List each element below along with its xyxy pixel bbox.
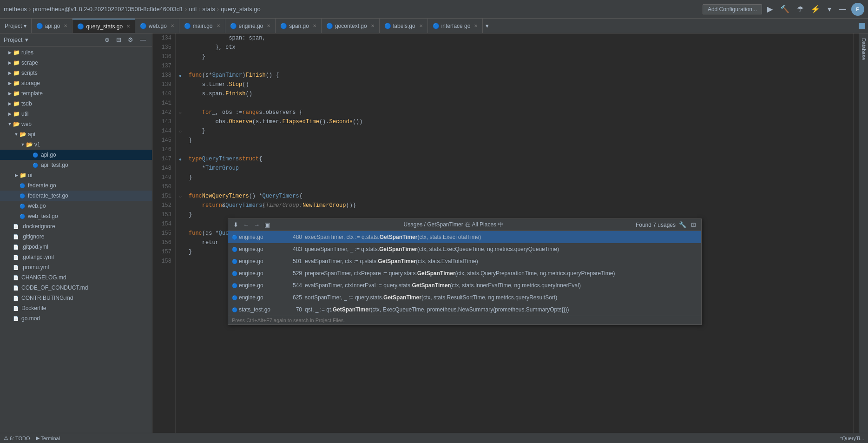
sidebar-item-label-golangci-yml: .golangci.yml bbox=[21, 254, 54, 260]
folder-icon-scripts: 📁 bbox=[13, 70, 20, 76]
usages-next-button[interactable]: → bbox=[252, 221, 261, 229]
tab-close-interface-go[interactable]: ✕ bbox=[474, 23, 478, 28]
tab-span-go[interactable]: 🔵 span.go ✕ bbox=[276, 19, 322, 33]
build-button[interactable]: 🔨 bbox=[778, 4, 792, 14]
tree-arrow-util: ▶ bbox=[7, 112, 13, 116]
sidebar-item-api-test-go[interactable]: ▶ 🔵 api_test.go bbox=[0, 160, 152, 170]
sidebar-item-gitignore[interactable]: ▶ 📄 .gitignore bbox=[0, 231, 152, 242]
gutter-icon-138: ● bbox=[179, 73, 182, 78]
usage-row-7[interactable]: 🔵 stats_test.go 70 qst, _ := qt.GetSpanT… bbox=[228, 304, 701, 316]
folder-icon-scrape: 📁 bbox=[13, 60, 20, 66]
sidebar-item-web-go[interactable]: ▶ 🔵 web.go bbox=[0, 201, 152, 211]
tabs-overflow-button[interactable]: ▾ bbox=[483, 22, 492, 29]
tab-close-main-go[interactable]: ✕ bbox=[217, 23, 220, 28]
sidebar-item-federate-test-go[interactable]: ▶ 🔵 federate_test.go bbox=[0, 191, 152, 201]
usage-row-4[interactable]: 🔵 engine.go 529 prepareSpanTimer, ctxPre… bbox=[228, 267, 701, 279]
sidebar-item-changelog[interactable]: ▶ 📄 CHANGELOG.md bbox=[0, 272, 152, 283]
usages-close-button[interactable]: ⊡ bbox=[690, 221, 697, 229]
file-icon-contributing: 📄 bbox=[13, 296, 20, 301]
sidebar-item-v1[interactable]: ▼ 📂 v1 bbox=[0, 139, 152, 150]
sidebar-item-tsdb[interactable]: ▶ 📁 tsdb bbox=[0, 99, 152, 109]
sidebar-item-gitpod-yml[interactable]: ▶ 📄 .gitpod.yml bbox=[0, 242, 152, 252]
run-button[interactable]: ▶ bbox=[765, 4, 775, 14]
sidebar-item-api-go[interactable]: ▶ 🔵 api.go bbox=[0, 150, 152, 160]
sidebar-item-ui[interactable]: ▶ 📁 ui bbox=[0, 170, 152, 180]
database-label[interactable]: Database bbox=[860, 35, 868, 63]
profile-button[interactable]: ⚡ bbox=[809, 4, 822, 14]
more-button[interactable]: ▾ bbox=[825, 4, 834, 14]
sidebar-tree: ▶ 📁 rules ▶ 📁 scrape ▶ 📁 scripts ▶ bbox=[0, 46, 152, 443]
todo-panel-button[interactable]: ⚠ 6: TODO bbox=[4, 435, 30, 441]
tab-close-query-stats[interactable]: ✕ bbox=[126, 24, 130, 29]
code-line-137 bbox=[189, 61, 849, 71]
sidebar-item-storage[interactable]: ▶ 📁 storage bbox=[0, 78, 152, 88]
usages-back-button[interactable]: ⬇ bbox=[232, 221, 240, 229]
tab-gocontext-go[interactable]: 🔵 gocontext.go ✕ bbox=[322, 19, 380, 33]
avatar[interactable]: P bbox=[851, 3, 864, 16]
tab-close-engine-go[interactable]: ✕ bbox=[267, 23, 270, 28]
sidebar-item-label-changelog: CHANGELOG.md bbox=[21, 274, 66, 281]
sidebar-item-dockerignore[interactable]: ▶ 📄 .dockerignore bbox=[0, 221, 152, 231]
tab-close-web-go[interactable]: ✕ bbox=[171, 23, 174, 28]
tab-api-go[interactable]: 🔵 api.go ✕ bbox=[32, 19, 73, 33]
tab-main-go[interactable]: 🔵 main.go ✕ bbox=[179, 19, 225, 33]
sidebar-item-federate-go[interactable]: ▶ 🔵 federate.go bbox=[0, 180, 152, 191]
sidebar-item-scripts[interactable]: ▶ 📁 scripts bbox=[0, 68, 152, 78]
sidebar-item-promu-yml[interactable]: ▶ 📄 .promu.yml bbox=[0, 262, 152, 272]
usage-row-6[interactable]: 🔵 engine.go 625 sortSpanTimer, _ := quer… bbox=[228, 291, 701, 304]
usages-prev-button[interactable]: ← bbox=[242, 221, 250, 229]
tab-close-api-go[interactable]: ✕ bbox=[64, 23, 67, 28]
sidebar-item-label-scripts: scripts bbox=[21, 70, 38, 76]
usages-settings-button[interactable]: 🔧 bbox=[677, 221, 688, 229]
add-configuration-button[interactable]: Add Configuration... bbox=[703, 4, 762, 14]
tab-query-stats-go[interactable]: 🔵 query_stats.go ✕ bbox=[72, 19, 135, 33]
sidebar-minimize-button[interactable]: — bbox=[138, 35, 148, 44]
tab-close-labels-go[interactable]: ✕ bbox=[419, 23, 423, 28]
tab-labels-go[interactable]: 🔵 labels.go ✕ bbox=[380, 19, 428, 33]
usage-row-3[interactable]: 🔵 engine.go 501 evalSpanTimer, ctx := q.… bbox=[228, 255, 701, 267]
sidebar-item-rules[interactable]: ▶ 📁 rules bbox=[0, 47, 152, 58]
sidebar-item-web-test-go[interactable]: ▶ 🔵 web_test.go bbox=[0, 211, 152, 221]
usage-file-5: 🔵 engine.go bbox=[232, 282, 283, 289]
sidebar-item-code-of-conduct[interactable]: ▶ 📄 CODE_OF_CONDUCT.md bbox=[0, 283, 152, 293]
minimize-button[interactable]: — bbox=[836, 4, 848, 14]
tree-arrow-rules: ▶ bbox=[7, 50, 13, 55]
terminal-button[interactable]: ▶ Terminal bbox=[36, 435, 60, 441]
tab-close-span-go[interactable]: ✕ bbox=[313, 23, 316, 28]
usage-file-1: 🔵 engine.go bbox=[232, 234, 283, 240]
coverage-button[interactable]: ☂ bbox=[795, 4, 806, 14]
tab-file-icon-main: 🔵 bbox=[184, 23, 191, 29]
sidebar-item-go-mod[interactable]: ▶ 📄 go.mod bbox=[0, 313, 152, 324]
sidebar-item-template[interactable]: ▶ 📁 template bbox=[0, 88, 152, 99]
usage-row-1[interactable]: 🔵 engine.go 480 execSpanTimer, ctx := q.… bbox=[228, 231, 701, 243]
sidebar-item-label-federate-go: federate.go bbox=[28, 182, 56, 189]
code-line-143: obs.Observe(s.timer.ElapsedTime().Second… bbox=[189, 117, 849, 126]
tab-engine-go[interactable]: 🔵 engine.go ✕ bbox=[225, 19, 276, 33]
sidebar-item-dockerfile[interactable]: ▶ 📄 Dockerfile bbox=[0, 303, 152, 313]
sidebar-item-web[interactable]: ▼ 📂 web bbox=[0, 119, 152, 129]
sidebar-item-golangci-yml[interactable]: ▶ 📄 .golangci.yml bbox=[0, 252, 152, 262]
usage-row-5[interactable]: 🔵 engine.go 544 evalSpanTimer, ctxInnerE… bbox=[228, 279, 701, 291]
sidebar-item-api[interactable]: ▼ 📂 api bbox=[0, 129, 152, 139]
sidebar-settings-button[interactable]: ⚙ bbox=[125, 35, 136, 44]
usage-code-7: qst, _ := qt.GetSpanTimer(ctx, ExecQueue… bbox=[305, 306, 697, 313]
sidebar-collapse-button[interactable]: ⊟ bbox=[114, 35, 124, 44]
tab-project[interactable]: Project ▾ bbox=[0, 19, 32, 33]
sidebar-item-scrape[interactable]: ▶ 📁 scrape bbox=[0, 58, 152, 68]
tab-web-go[interactable]: 🔵 web.go ✕ bbox=[135, 19, 179, 33]
sidebar-add-button[interactable]: ⊕ bbox=[102, 35, 112, 44]
file-icon-dockerfile: 📄 bbox=[13, 306, 20, 311]
sidebar-item-util[interactable]: ▶ 📁 util bbox=[0, 109, 152, 119]
sidebar-item-contributing[interactable]: ▶ 📄 CONTRIBUTING.md bbox=[0, 293, 152, 303]
file-icon-dockerignore: 📄 bbox=[13, 224, 20, 229]
top-bar-actions: Add Configuration... ▶ 🔨 ☂ ⚡ ▾ — P bbox=[703, 3, 864, 16]
go-file-icon-federate: 🔵 bbox=[20, 183, 27, 188]
usage-row-2[interactable]: 🔵 engine.go 483 queueSpanTimer, _ := q.s… bbox=[228, 243, 701, 255]
tab-close-gocontext-go[interactable]: ✕ bbox=[371, 23, 375, 28]
bookmark-icon[interactable] bbox=[859, 23, 865, 29]
go-file-icon-usage-6: 🔵 bbox=[232, 295, 237, 300]
header-project-dropdown[interactable]: ▾ bbox=[25, 36, 28, 43]
tab-interface-go[interactable]: 🔵 interface go ✕ bbox=[428, 19, 483, 33]
sidebar-item-label-contributing: CONTRIBUTING.md bbox=[21, 295, 73, 301]
usages-filter-button[interactable]: ▣ bbox=[263, 221, 271, 229]
